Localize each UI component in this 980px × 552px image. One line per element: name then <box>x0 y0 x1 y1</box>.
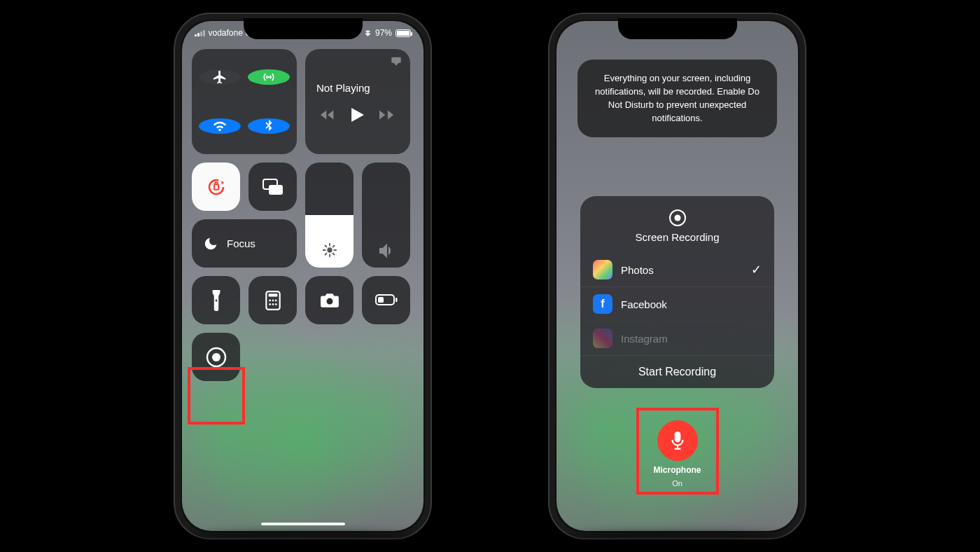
svg-rect-22 <box>674 432 680 442</box>
media-title: Not Playing <box>316 82 370 94</box>
checkmark-icon: ✓ <box>751 262 762 277</box>
svg-point-14 <box>326 298 332 304</box>
microphone-state: On <box>672 479 682 488</box>
brightness-icon <box>322 242 337 258</box>
app-label: Instagram <box>621 333 668 345</box>
prev-track-icon[interactable] <box>321 109 336 120</box>
app-row-photos[interactable]: Photos ✓ <box>580 253 774 287</box>
bluetooth-toggle[interactable] <box>248 118 290 134</box>
app-label: Photos <box>621 264 654 276</box>
screen-mirroring-tile[interactable] <box>248 163 297 211</box>
airplane-toggle[interactable] <box>199 69 241 85</box>
phone-right: Everything on your screen, including not… <box>550 14 805 538</box>
svg-point-21 <box>674 215 680 221</box>
facebook-icon: f <box>593 294 612 314</box>
svg-rect-1 <box>214 184 218 190</box>
sheet-title: Screen Recording <box>587 231 767 243</box>
app-list: Photos ✓ f Facebook Instagram <box>580 253 774 355</box>
camera-tile[interactable] <box>305 276 354 324</box>
svg-point-19 <box>212 353 220 361</box>
flashlight-tile[interactable] <box>192 276 240 324</box>
svg-rect-7 <box>268 294 277 296</box>
control-center: Not Playing <box>192 49 414 521</box>
play-icon[interactable] <box>351 108 364 122</box>
svg-point-5 <box>215 299 217 301</box>
airplay-icon <box>391 56 402 66</box>
svg-rect-17 <box>378 297 384 303</box>
focus-label: Focus <box>227 237 255 249</box>
volume-icon <box>378 244 395 258</box>
screen: vodafone UK 97% <box>182 21 424 531</box>
battery-pct: 97% <box>375 28 392 38</box>
screen: Everything on your screen, including not… <box>556 21 798 531</box>
svg-point-8 <box>269 299 271 301</box>
instagram-icon <box>593 329 612 348</box>
brightness-slider[interactable] <box>305 163 354 268</box>
signal-bars-icon <box>195 29 205 36</box>
microphone-control: Microphone On <box>654 420 701 488</box>
focus-tile[interactable]: Focus <box>192 219 297 268</box>
volume-slider[interactable] <box>362 163 410 268</box>
screen-recording-sheet: Screen Recording Photos ✓ f Facebook Ins… <box>580 196 774 388</box>
home-indicator[interactable] <box>261 523 345 525</box>
cellular-toggle[interactable] <box>248 69 290 85</box>
svg-rect-16 <box>396 298 398 302</box>
calculator-tile[interactable] <box>248 276 297 324</box>
media-tile[interactable]: Not Playing <box>305 49 410 154</box>
screen-record-tile[interactable] <box>192 333 240 381</box>
microphone-label: Microphone <box>654 465 701 475</box>
connectivity-tile[interactable] <box>192 49 297 154</box>
notch <box>618 18 737 39</box>
app-row-instagram[interactable]: Instagram <box>580 321 774 355</box>
svg-rect-3 <box>269 185 283 195</box>
svg-point-11 <box>269 303 271 305</box>
location-icon <box>364 29 372 37</box>
app-row-facebook[interactable]: f Facebook <box>580 287 774 321</box>
photos-icon <box>593 260 612 280</box>
svg-point-9 <box>272 299 274 301</box>
record-icon <box>668 209 687 227</box>
microphone-toggle[interactable] <box>657 420 698 461</box>
app-label: Facebook <box>621 298 667 310</box>
phone-left: vodafone UK 97% <box>175 14 430 538</box>
svg-point-10 <box>274 299 276 301</box>
battery-icon <box>396 29 411 37</box>
low-power-tile[interactable] <box>362 276 410 324</box>
wifi-toggle[interactable] <box>199 118 241 134</box>
svg-point-12 <box>272 303 274 305</box>
rotation-lock-tile[interactable] <box>192 163 240 211</box>
start-recording-button[interactable]: Start Recording <box>580 355 774 388</box>
svg-point-4 <box>327 247 332 252</box>
next-track-icon[interactable] <box>379 109 395 120</box>
recording-info: Everything on your screen, including not… <box>578 60 777 137</box>
svg-point-13 <box>274 303 276 305</box>
notch <box>244 18 363 39</box>
